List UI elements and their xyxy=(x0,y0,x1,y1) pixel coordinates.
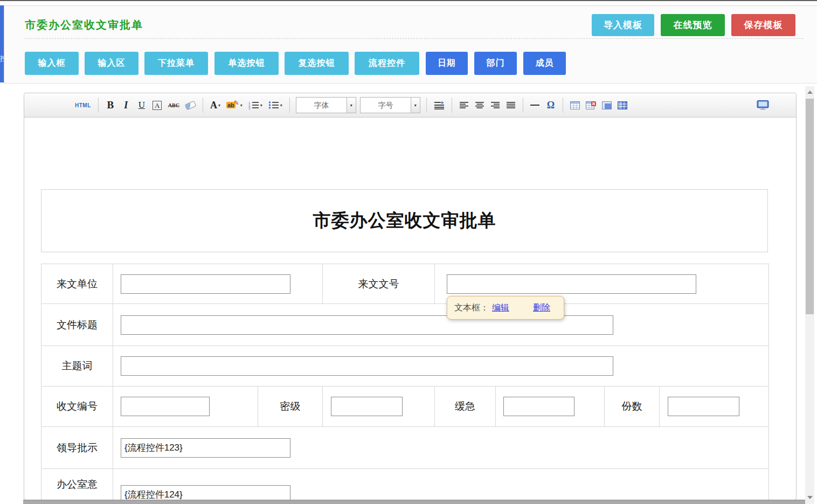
italic-button[interactable]: I xyxy=(120,97,132,113)
page: 控 市委办公室收文审批单 导入模板 在线预览 保存模板 输入框 输入区 下拉菜单… xyxy=(0,0,817,504)
insert-table-button[interactable] xyxy=(569,97,581,113)
insert-table-icon xyxy=(570,101,580,109)
unordered-list-icon xyxy=(268,101,279,109)
form-table: 来文单位 来文文号 文件标题 主题词 收文编号 密级 xyxy=(41,264,769,500)
form-title-block[interactable]: 市委办公室收文审批单 xyxy=(41,189,768,252)
underline-icon: U xyxy=(139,100,145,111)
label-office-opinion: 办公室意 xyxy=(41,469,113,500)
insert-checkbox-button[interactable]: 复选按钮 xyxy=(285,52,349,75)
online-preview-button[interactable]: 在线预览 xyxy=(661,14,725,36)
scroll-down-arrow[interactable] xyxy=(805,493,814,502)
special-char-button[interactable]: Ω xyxy=(545,97,557,113)
highlight-button[interactable]: ab✎▾ xyxy=(225,97,244,113)
cell-keywords xyxy=(113,346,769,386)
font-box-button[interactable]: A xyxy=(151,97,163,113)
scroll-up-arrow[interactable] xyxy=(805,87,814,96)
insert-input-box-button[interactable]: 输入框 xyxy=(25,52,79,75)
tooltip-delete-link[interactable]: 删除 xyxy=(533,302,550,314)
fullscreen-button[interactable] xyxy=(756,97,770,113)
triangle-down-icon xyxy=(807,496,813,499)
keywords-input[interactable] xyxy=(121,356,613,376)
source-unit-input[interactable] xyxy=(121,274,290,294)
control-tooltip: 文本框： 编辑 删除 xyxy=(447,296,564,320)
underline-button[interactable]: U xyxy=(136,97,148,113)
window-top-edge xyxy=(0,0,817,1)
align-justify-icon xyxy=(506,101,516,109)
delete-table-button[interactable] xyxy=(585,97,597,113)
receipt-no-input[interactable] xyxy=(121,397,210,416)
label-secrecy: 密级 xyxy=(258,386,323,427)
vertical-scrollbar[interactable] xyxy=(805,86,814,504)
copies-input[interactable] xyxy=(668,397,739,416)
label-source-unit: 来文单位 xyxy=(41,264,113,304)
toolbar-separator xyxy=(426,98,427,113)
indent-icon xyxy=(434,101,445,109)
doc-number-input[interactable] xyxy=(447,274,696,294)
chevron-down-icon[interactable]: ▾ xyxy=(411,98,420,113)
header-divider xyxy=(25,38,804,39)
triangle-up-icon xyxy=(807,91,813,94)
toolbar-separator xyxy=(523,98,523,113)
cell-leader-note xyxy=(113,427,769,469)
insert-flow-control-button[interactable]: 流程控件 xyxy=(355,52,419,75)
font-color-button[interactable]: A▾ xyxy=(209,97,221,113)
font-color-icon: A xyxy=(210,100,217,111)
parent-sidebar-strip: 控 xyxy=(0,5,4,82)
tooltip-edit-link[interactable]: 编辑 xyxy=(492,302,509,314)
align-center-icon xyxy=(475,101,484,109)
table-cell-button[interactable] xyxy=(601,97,613,113)
ordered-list-button[interactable]: 123 ▾ xyxy=(247,97,264,113)
insert-date-button[interactable]: 日期 xyxy=(426,52,468,75)
cell-office-opinion xyxy=(113,469,769,500)
label-copies: 份数 xyxy=(605,386,660,427)
align-left-icon xyxy=(459,101,469,109)
chevron-down-icon: ▾ xyxy=(240,103,243,108)
cell-receipt-no xyxy=(113,386,258,427)
special-char-icon: Ω xyxy=(547,100,555,111)
indent-button[interactable] xyxy=(433,97,446,113)
align-left-button[interactable] xyxy=(458,97,470,113)
table-grid-button[interactable] xyxy=(617,97,628,113)
horizontal-rule-button[interactable] xyxy=(529,97,541,113)
unordered-list-button[interactable]: ▾ xyxy=(267,97,283,113)
chevron-down-icon: ▾ xyxy=(218,103,220,108)
font-size-value: 字号 xyxy=(361,98,411,113)
chevron-down-icon[interactable]: ▾ xyxy=(347,98,356,113)
table-cell-icon xyxy=(602,101,612,109)
insert-department-button[interactable]: 部门 xyxy=(474,52,517,75)
bold-button[interactable]: B xyxy=(105,97,116,113)
insert-radio-button[interactable]: 单选按钮 xyxy=(214,52,279,75)
sidebar-text-fragment: 控 xyxy=(0,54,4,64)
scrollbar-thumb[interactable] xyxy=(806,99,814,314)
save-template-button[interactable]: 保存模板 xyxy=(731,14,795,36)
align-right-button[interactable] xyxy=(489,97,501,113)
eraser-button[interactable] xyxy=(184,97,197,113)
align-justify-button[interactable] xyxy=(505,97,517,113)
insert-dropdown-button[interactable]: 下拉菜单 xyxy=(144,52,208,75)
horizontal-rule-icon xyxy=(530,105,539,106)
strikethrough-button[interactable]: ABC xyxy=(167,97,181,113)
svg-text:3: 3 xyxy=(248,107,251,110)
font-size-select[interactable]: 字号 ▾ xyxy=(360,97,420,113)
urgency-input[interactable] xyxy=(503,397,574,416)
label-urgency: 缓急 xyxy=(435,386,496,427)
insert-textarea-button[interactable]: 输入区 xyxy=(85,52,139,75)
secrecy-input[interactable] xyxy=(331,397,403,416)
chevron-down-icon: ▾ xyxy=(280,103,282,108)
form-title: 市委办公室收文审批单 xyxy=(313,209,496,233)
insert-member-button[interactable]: 成员 xyxy=(523,52,566,75)
strikethrough-icon: ABC xyxy=(168,102,179,108)
import-template-button[interactable]: 导入模板 xyxy=(592,14,654,36)
align-center-button[interactable] xyxy=(474,97,486,113)
ordered-list-icon: 123 xyxy=(248,101,259,109)
office-opinion-input[interactable] xyxy=(121,485,290,501)
font-family-select[interactable]: 字体 ▾ xyxy=(296,97,356,113)
bold-icon: B xyxy=(107,99,114,111)
cell-source-unit xyxy=(113,264,323,304)
toolbar-separator xyxy=(289,98,290,113)
html-source-button[interactable]: HTML xyxy=(74,97,92,113)
toolbar-separator xyxy=(563,98,563,113)
leader-note-input[interactable] xyxy=(121,438,290,458)
editor-toolbar: HTML B I U A ABC A▾ ab✎▾ 123 ▾ ▾ 字体 ▾ xyxy=(24,93,796,118)
label-receipt-no: 收文编号 xyxy=(41,386,113,427)
